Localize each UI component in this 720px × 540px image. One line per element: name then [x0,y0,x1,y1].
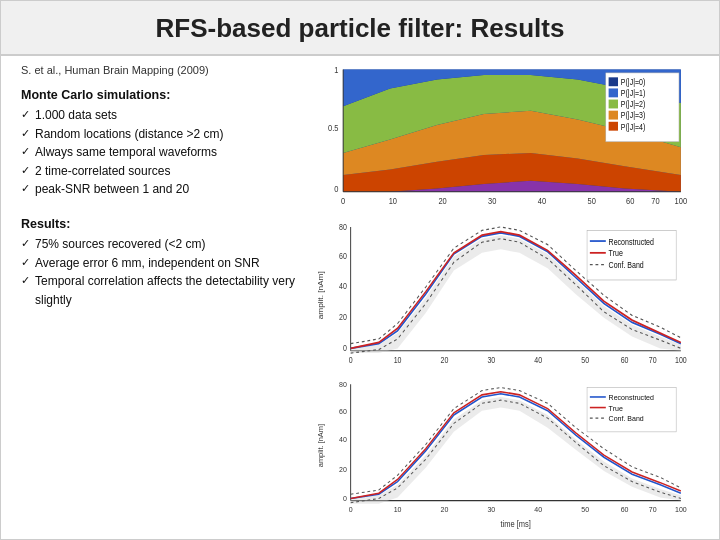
chart3-svg: amplit. [nAm] 0 20 40 60 80 0 10 [315,379,709,532]
bullet-3: Always same temporal waveforms [21,143,301,162]
results-section: Results: 75% sources recovered (<2 cm) A… [21,217,301,309]
svg-text:0: 0 [343,493,347,503]
svg-text:100: 100 [675,355,687,365]
svg-text:0.5: 0.5 [328,123,339,133]
svg-text:30: 30 [487,504,495,514]
results-list: 75% sources recovered (<2 cm) Average er… [21,235,301,309]
svg-text:50: 50 [581,504,589,514]
svg-text:P(|J|=4): P(|J|=4) [621,122,646,132]
svg-text:100: 100 [675,196,688,206]
svg-text:60: 60 [339,251,347,261]
svg-rect-30 [609,122,618,131]
svg-text:time [ms]: time [ms] [501,519,531,529]
svg-text:amplit. [nAm]: amplit. [nAm] [317,424,325,467]
svg-rect-22 [609,77,618,86]
svg-text:0: 0 [341,196,346,206]
svg-text:40: 40 [538,196,547,206]
bullet-5: peak-SNR between 1 and 20 [21,180,301,199]
svg-text:0: 0 [334,184,339,194]
title-bar: RFS-based particle filter: Results [1,1,719,56]
result-1: 75% sources recovered (<2 cm) [21,235,301,254]
svg-text:50: 50 [588,196,597,206]
svg-text:True: True [609,403,623,413]
results-label: Results: [21,217,301,231]
svg-text:20: 20 [441,504,449,514]
svg-text:20: 20 [438,196,447,206]
svg-text:P(|J|=3): P(|J|=3) [621,111,646,121]
svg-text:60: 60 [626,196,635,206]
svg-text:40: 40 [339,282,347,292]
slide: RFS-based particle filter: Results S. et… [0,0,720,540]
svg-text:20: 20 [339,464,347,474]
svg-rect-24 [609,88,618,97]
svg-text:Reconstructed: Reconstructed [609,237,654,247]
svg-text:70: 70 [649,504,657,514]
svg-rect-28 [609,111,618,120]
svg-text:80: 80 [339,380,347,390]
svg-text:amplit. [nAm]: amplit. [nAm] [316,272,324,320]
svg-text:30: 30 [487,355,495,365]
svg-text:20: 20 [339,313,347,323]
monte-carlo-list: 1.000 data sets Random locations (distan… [21,106,301,199]
svg-text:50: 50 [581,355,589,365]
chart1-container: 0 10 20 30 40 50 60 70 100 0 0.5 1 [315,64,709,217]
bullet-1: 1.000 data sets [21,106,301,125]
result-3: Temporal correlation affects the detecta… [21,272,301,309]
svg-text:70: 70 [651,196,660,206]
result-2: Average error 6 mm, independent on SNR [21,254,301,273]
svg-text:60: 60 [621,504,629,514]
svg-text:0: 0 [349,355,353,365]
bullet-2: Random locations (distance >2 cm) [21,125,301,144]
svg-text:Conf. Band: Conf. Band [609,261,644,271]
chart2-svg: amplit. [nAm] 0 20 40 60 80 0 10 [315,221,709,374]
svg-text:P(|J|=2): P(|J|=2) [621,100,646,110]
svg-text:10: 10 [394,355,402,365]
chart3-container: amplit. [nAm] 0 20 40 60 80 0 10 [315,379,709,532]
svg-text:70: 70 [649,355,657,365]
svg-text:Conf. Band: Conf. Band [609,414,644,424]
svg-text:80: 80 [339,223,347,233]
svg-text:60: 60 [621,355,629,365]
svg-text:30: 30 [488,196,497,206]
svg-text:40: 40 [339,435,347,445]
left-panel: S. et al., Human Brain Mapping (2009) Mo… [21,64,311,532]
content-area: S. et al., Human Brain Mapping (2009) Mo… [1,56,719,538]
svg-text:20: 20 [441,355,449,365]
right-panel: 0 10 20 30 40 50 60 70 100 0 0.5 1 [311,64,709,532]
citation: S. et al., Human Brain Mapping (2009) [21,64,301,76]
svg-text:P(|J|=0): P(|J|=0) [621,78,646,88]
svg-rect-26 [609,100,618,109]
svg-text:0: 0 [349,504,353,514]
chart1-svg: 0 10 20 30 40 50 60 70 100 0 0.5 1 [315,64,709,217]
monte-carlo-label: Monte Carlo simulations: [21,88,301,102]
svg-text:10: 10 [389,196,398,206]
svg-text:10: 10 [394,504,402,514]
svg-text:40: 40 [534,355,542,365]
chart2-container: amplit. [nAm] 0 20 40 60 80 0 10 [315,221,709,374]
svg-text:True: True [609,249,624,259]
svg-text:40: 40 [534,504,542,514]
svg-text:Reconstructed: Reconstructed [609,392,654,402]
svg-text:1: 1 [334,65,339,75]
svg-text:100: 100 [675,504,687,514]
bullet-4: 2 time-correlated sources [21,162,301,181]
svg-text:P(|J|=1): P(|J|=1) [621,89,646,99]
svg-text:0: 0 [343,343,347,353]
svg-text:60: 60 [339,406,347,416]
slide-title: RFS-based particle filter: Results [156,13,565,43]
